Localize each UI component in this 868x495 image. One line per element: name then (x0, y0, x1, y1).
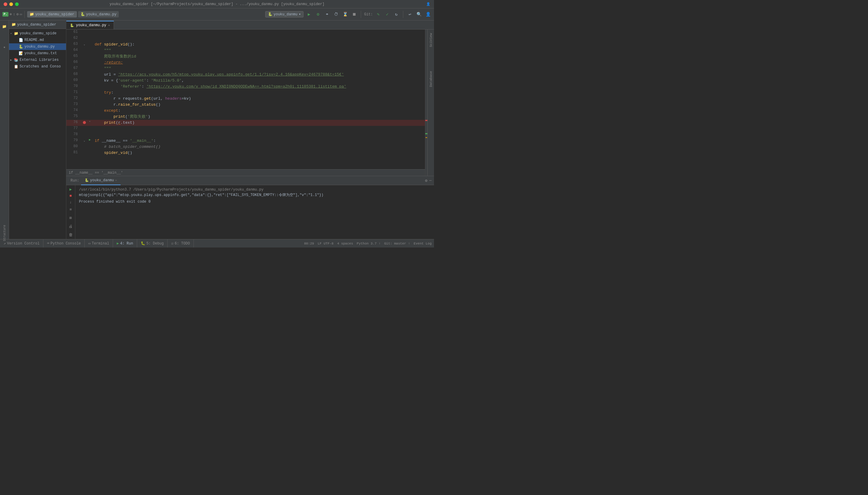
toolbar-icon-settings[interactable]: ⚙ (16, 12, 18, 17)
run-controls: ▶ ■ ↓ ≡ ⊞ 🖨 🗑 (66, 185, 75, 239)
run-button[interactable]: ▶ (305, 11, 313, 18)
git-commit-icon[interactable]: ✎ (375, 11, 382, 18)
breakpoint-col (81, 84, 87, 90)
status-indent[interactable]: 4 spaces (337, 242, 353, 245)
database-label[interactable]: Database (429, 71, 433, 87)
sciview-label[interactable]: SciView (429, 33, 433, 47)
toolbar-icon-collapse[interactable]: ▭ (20, 12, 22, 17)
file-py-icon: 🐍 (80, 12, 85, 17)
breakpoint-dot[interactable] (83, 121, 86, 124)
breakpoint-col (81, 36, 87, 41)
settings-icon[interactable]: ⚙ (425, 178, 427, 183)
run-config-dropdown[interactable]: ▾ (299, 12, 301, 17)
btoolbar-terminal[interactable]: ▭ Terminal (85, 239, 113, 248)
editor-tab-close[interactable]: ✕ (108, 23, 110, 27)
breakpoint-col (81, 90, 87, 96)
scroll-down-button[interactable]: ↓ (67, 200, 74, 204)
tree-label-py: youku_danmu.py (24, 45, 55, 49)
sidebar-icon-favorites[interactable]: ★ (1, 44, 8, 51)
status-git[interactable]: Git: master ↑ (384, 242, 410, 245)
main-layout: 📁 ★ Structure 📁 youku_danmu_spider ▾ 📁 y… (0, 20, 434, 239)
tree-item-readme[interactable]: 📄 README.md (9, 37, 66, 44)
minimize-button[interactable] (9, 2, 13, 6)
stop-run-button[interactable]: ■ (67, 193, 74, 198)
window-controls[interactable] (4, 2, 19, 6)
line-content: spider_vid() (92, 150, 425, 156)
run-configuration[interactable]: 🐍 youku_danmu ▾ (265, 11, 304, 17)
line-number: 66 (66, 59, 81, 66)
bottom-tab-run[interactable]: 🐍 youku_danmu ✕ (81, 176, 120, 185)
user-button[interactable]: 👤 (424, 11, 431, 18)
project-icon: P. (2, 12, 9, 17)
status-event-log[interactable]: Event Log (414, 242, 431, 245)
tree-root[interactable]: ▾ 📁 youku_danmu_spide (9, 30, 66, 37)
tree-item-scratches[interactable]: 📋 Scratches and Conso (9, 63, 66, 70)
toolbar-icon-new[interactable]: ⊕ (10, 12, 12, 17)
btoolbar-version-control[interactable]: ↗ Version Control (0, 239, 44, 248)
btoolbar-todo[interactable]: ☑ 6: TODO (167, 239, 194, 248)
line-number: 64 (66, 48, 81, 54)
bottom-toolbar: ↗ Version Control ⌨ Python Console ▭ Ter… (0, 239, 434, 248)
toolbar-left: P. ⊕ ↕ ⚙ ▭ 📁 youku_danmu_spider 🐍 youku_… (2, 11, 119, 18)
status-line-col[interactable]: 80:29 (304, 242, 314, 245)
run-label: Run: (69, 178, 81, 183)
maximize-button[interactable] (15, 2, 19, 6)
tree-item-txt[interactable]: 📝 youku_danmu.txt (9, 50, 66, 57)
undo-button[interactable]: ↩ (406, 11, 413, 18)
run-arrow-col (87, 96, 92, 102)
git-update-icon[interactable]: ↻ (393, 11, 400, 18)
breakpoint-col (81, 59, 87, 66)
project-panel: 📁 youku_danmu_spider ▾ 📁 youku_danmu_spi… (9, 20, 66, 239)
close-button[interactable] (4, 2, 7, 6)
git-check-icon[interactable]: ✓ (384, 11, 391, 18)
search-button[interactable]: 🔍 (415, 11, 423, 18)
btoolbar-run[interactable]: ▶ 4: Run (113, 239, 137, 248)
file-tab[interactable]: 🐍 youku_danmu.py (78, 11, 119, 17)
fold-icon-76[interactable]: ▾ (89, 120, 91, 123)
sidebar-icon-project[interactable]: 📁 (1, 23, 8, 30)
breakpoint-col[interactable] (81, 120, 87, 126)
coverage-button[interactable]: ☂ (323, 11, 331, 18)
tree-button[interactable]: ⊞ (67, 215, 74, 221)
vc-icon: ↗ (4, 241, 6, 246)
breakpoint-col (81, 72, 87, 78)
print-button[interactable]: 🖨 (67, 223, 74, 230)
project-tab[interactable]: 📁 youku_danmu_spider (27, 11, 77, 17)
tree-item-py[interactable]: 🐍 youku_danmu.py (9, 44, 66, 50)
code-area[interactable]: 61 62 (66, 30, 425, 176)
todo-icon: ☑ (171, 241, 173, 246)
editor-tab-icon: 🐍 (70, 23, 74, 28)
todo-label: 6: TODO (175, 241, 190, 246)
status-python[interactable]: Python 3.7 ↑ (357, 242, 381, 245)
line-number: 68 (66, 72, 81, 78)
build-button[interactable]: ⚙ (314, 11, 322, 18)
sidebar-icon-structure[interactable]: Structure (1, 229, 8, 237)
terminal-label: Terminal (92, 241, 110, 246)
profile-button[interactable]: ⏱ (332, 11, 340, 18)
breakpoint-col (81, 54, 87, 59)
stop-button[interactable]: ⏹ (350, 11, 358, 18)
run-again-button[interactable]: ▶ (67, 187, 74, 192)
delete-button[interactable]: 🗑 (67, 232, 74, 238)
table-row: 63 ▾ def spider_vid(): (66, 41, 425, 48)
line-content (92, 30, 425, 36)
status-encoding[interactable]: LF UTF-8 (318, 242, 334, 245)
btoolbar-python-console[interactable]: ⌨ Python Console (44, 239, 85, 248)
tree-item-ext-libs[interactable]: ▶ 📚 External Libraries (9, 57, 66, 63)
editor-tab-main[interactable]: 🐍 youku_danmu.py ✕ (66, 21, 114, 29)
run-arrow-col (87, 144, 92, 150)
breakpoint-col (81, 78, 87, 84)
py-console-icon: ⌨ (47, 241, 49, 246)
run-tab-close[interactable]: ✕ (115, 178, 117, 182)
icon-scratches: 📋 (14, 65, 18, 69)
wrap-button[interactable]: ≡ (67, 206, 74, 213)
line-number: 79 (66, 138, 81, 144)
toolbar-icon-sync[interactable]: ↕ (13, 12, 15, 17)
fold-icon-79[interactable]: ▾ (83, 140, 85, 143)
concurrency-button[interactable]: ⌛ (342, 11, 349, 18)
close-panel-icon[interactable]: — (429, 178, 431, 183)
editor-with-minimap: 61 62 (66, 30, 427, 176)
fold-icon[interactable]: ▾ (83, 44, 85, 47)
btoolbar-debug[interactable]: 🐛 5: Debug (137, 239, 168, 248)
line-content: url = 'https://acs.youku.com/h5/mtop.you… (92, 72, 425, 78)
